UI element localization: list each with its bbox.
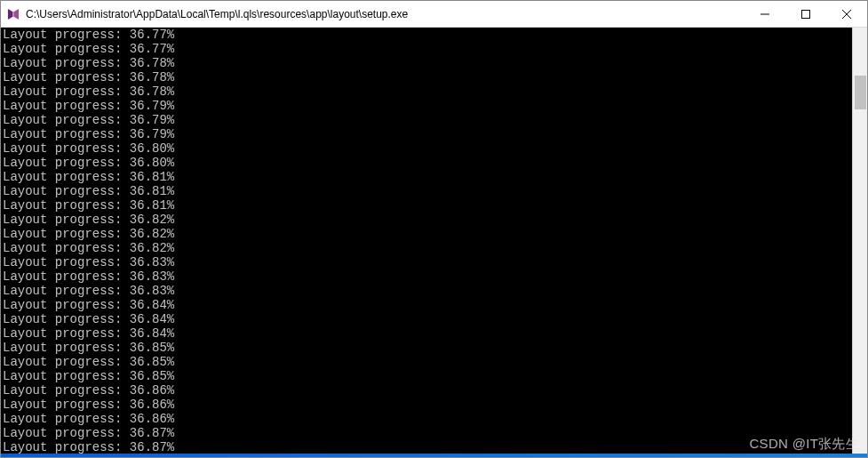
scrollbar-thumb[interactable] [855,76,866,109]
window-title: C:\Users\Administrator\AppData\Local\Tem… [26,8,745,20]
console-line: Layout progress: 36.83% [3,255,850,269]
console-area: Layout progress: 36.77%Layout progress: … [1,28,867,454]
console-line: Layout progress: 36.86% [3,412,850,426]
taskbar-edge [1,454,867,457]
console-line: Layout progress: 36.78% [3,70,850,84]
console-line: Layout progress: 36.82% [3,227,850,241]
console-line: Layout progress: 36.84% [3,312,850,326]
console-line: Layout progress: 36.77% [3,42,850,56]
console-line: Layout progress: 36.79% [3,113,850,127]
console-line: Layout progress: 36.82% [3,241,850,255]
console-line: Layout progress: 36.86% [3,398,850,412]
console-line: Layout progress: 36.86% [3,383,850,398]
minimize-button[interactable] [745,1,785,27]
window-controls [745,1,867,27]
console-line: Layout progress: 36.77% [3,28,850,42]
console-line: Layout progress: 36.84% [3,326,850,341]
svg-rect-1 [802,10,810,18]
console-line: Layout progress: 36.84% [3,298,850,312]
titlebar[interactable]: C:\Users\Administrator\AppData\Local\Tem… [1,1,867,28]
console-line: Layout progress: 36.79% [3,127,850,141]
console-line: Layout progress: 36.83% [3,284,850,298]
console-line: Layout progress: 36.81% [3,170,850,184]
console-line: Layout progress: 36.78% [3,84,850,99]
console-line: Layout progress: 36.80% [3,141,850,156]
console-line: Layout progress: 36.79% [3,99,850,113]
app-icon [6,7,20,21]
app-window: C:\Users\Administrator\AppData\Local\Tem… [0,0,868,458]
console-line: Layout progress: 36.81% [3,198,850,213]
console-line: Layout progress: 36.87% [3,426,850,440]
console-line: Layout progress: 36.85% [3,355,850,369]
console-line: Layout progress: 36.85% [3,369,850,383]
console-line: Layout progress: 36.87% [3,440,850,454]
console-line: Layout progress: 36.83% [3,269,850,284]
console-line: Layout progress: 36.85% [3,341,850,355]
console-line: Layout progress: 36.82% [3,213,850,227]
maximize-button[interactable] [785,1,826,27]
console-line: Layout progress: 36.81% [3,184,850,198]
vertical-scrollbar[interactable] [852,28,867,454]
console-line: Layout progress: 36.80% [3,156,850,170]
console-output[interactable]: Layout progress: 36.77%Layout progress: … [1,28,852,454]
close-button[interactable] [826,1,867,27]
console-line: Layout progress: 36.78% [3,56,850,70]
